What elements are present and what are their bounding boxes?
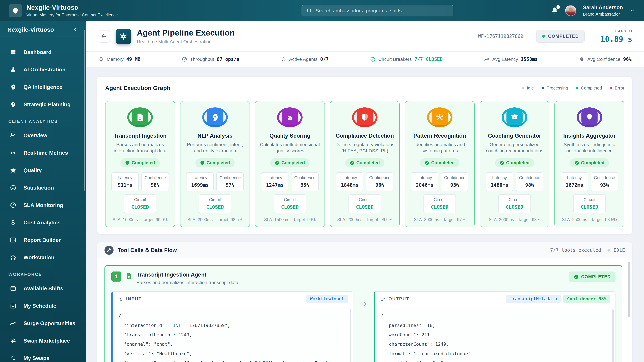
legend-processing: Processing	[542, 85, 568, 91]
legend-dot	[610, 87, 612, 89]
sidebar-item-label: Satisfaction	[24, 185, 54, 191]
document-icon	[132, 109, 148, 125]
confidence-stat: Confidence98%	[142, 172, 169, 191]
sidebar-item-quality[interactable]: Quality	[0, 162, 86, 179]
output-json: { "parsedLines": 18, "wordCount": 211, "…	[381, 311, 608, 362]
sidebar-item-satisfaction[interactable]: Satisfaction	[0, 179, 86, 196]
refresh-icon	[281, 56, 286, 62]
tool-number-badge: 1	[111, 272, 122, 282]
sidebar-item-swap-marketplace[interactable]: Swap Marketplace	[0, 332, 86, 350]
sla-row: SLA: 3000msTarget: 97%	[414, 213, 466, 222]
sidebar-item-label: Cost Analytics	[24, 220, 60, 226]
tool-card-transcript-ingestion[interactable]: 1 Transcript Ingestion Agent Parses and …	[104, 265, 622, 362]
data-flow-arrow-icon	[353, 291, 374, 362]
sidebar-item-dashboard[interactable]: Dashboard	[0, 43, 86, 61]
agent-status-badge: Completed	[420, 158, 459, 167]
notification-dot	[556, 5, 560, 9]
sidebar-item-ai-orchestration[interactable]: AI Orchestration	[0, 61, 86, 78]
sidebar-item-strategic-planning[interactable]: Strategic Planning	[0, 96, 86, 113]
metric-memory: Memory 49 MB	[98, 56, 140, 62]
avatar[interactable]	[565, 5, 576, 16]
broadcast-icon	[10, 149, 16, 156]
agent-card-transcript-ingestion[interactable]: Transcript Ingestion Parses and normaliz…	[105, 101, 175, 227]
sidebar: Nexgile-Virtuoso Dashboard AI Orchestrat…	[0, 21, 86, 362]
input-icon	[118, 296, 123, 302]
sidebar-item-sla-monitoring[interactable]: SLA Monitoring	[0, 196, 86, 214]
dashboard-icon	[10, 49, 16, 55]
agent-status-badge: Completed	[570, 158, 609, 167]
workflow-id: WF-1767119827869	[478, 33, 524, 39]
check-circle-icon	[425, 161, 429, 165]
circuit-stat: CircuitCLOSED	[274, 194, 306, 213]
latency-stat: Latency911ms	[111, 172, 139, 191]
sidebar-item-label: Quality	[24, 167, 42, 173]
sla-row: SLA: 2500msTarget: 98.5%	[562, 213, 617, 222]
input-scrollbar[interactable]	[350, 309, 351, 362]
circuit-stat: CircuitCLOSED	[199, 194, 231, 213]
page-header: Agent Pipeline Execution Real-time Multi…	[86, 21, 644, 51]
sidebar-item-surge-opportunities[interactable]: Surge Opportunities	[0, 315, 86, 332]
sidebar-item-label: Dashboard	[24, 49, 52, 55]
headphones-icon	[10, 254, 16, 261]
brand: Nexgile-Virtuoso Virtual Mastery for Ent…	[9, 4, 227, 17]
chevron-down-icon	[630, 7, 635, 13]
sidebar-item-my-swaps[interactable]: My Swaps	[0, 350, 86, 362]
tools-status: IDLE	[614, 248, 625, 253]
agent-status-badge: Completed	[495, 158, 534, 167]
agent-execution-graph-card: Agent Execution Graph Idle Processing Co…	[97, 76, 632, 234]
agent-card-compliance-detection[interactable]: Compliance Detection Detects regulatory …	[330, 101, 400, 227]
agent-card-quality-scoring[interactable]: Quality Scoring Calculates multi-dimensi…	[255, 101, 325, 227]
metrics-bar: Memory 49 MB Throughput 87 ops/s Active …	[86, 51, 644, 67]
sidebar-collapse-button[interactable]	[72, 26, 78, 33]
agent-card-nlp-analysis[interactable]: NLP Analysis Performs sentiment, intent,…	[180, 101, 250, 227]
sidebar-item-available-shifts[interactable]: Available Shifts	[0, 280, 86, 297]
sidebar-scrollbar[interactable]	[84, 30, 85, 191]
graph-legend: Idle Processing Completed Error	[522, 85, 624, 91]
main-content: Agent Pipeline Execution Real-time Multi…	[86, 21, 644, 362]
sidebar-title: Nexgile-Virtuoso	[8, 26, 54, 33]
agent-ring	[277, 107, 302, 127]
sidebar-item-cost-analytics[interactable]: $ Cost Analytics	[0, 214, 86, 231]
sidebar-item-label: My Schedule	[24, 303, 56, 309]
output-label: OUTPUT	[388, 296, 410, 302]
check-circle-icon	[500, 161, 504, 165]
sidebar-item-my-schedule[interactable]: My Schedule	[0, 297, 86, 315]
tool-title: Transcript Ingestion Agent	[136, 272, 565, 278]
legend-idle: Idle	[522, 85, 534, 91]
head-gear-icon	[10, 101, 16, 108]
legend-completed: Completed	[576, 85, 602, 91]
output-scrollbar[interactable]	[612, 309, 614, 362]
input-type-badge: WorkflowInput	[306, 295, 348, 303]
sidebar-item-qa-intelligence[interactable]: QA Intelligence	[0, 78, 86, 96]
agent-card-insights-aggregator[interactable]: Insights Aggregator Synthesizes findings…	[554, 101, 624, 227]
confidence-stat: Confidence93%	[441, 172, 468, 191]
global-search[interactable]	[302, 5, 453, 16]
agent-card-coaching-generator[interactable]: Coaching Generator Generates personalize…	[480, 101, 550, 227]
tools-scrollbar[interactable]	[628, 262, 630, 317]
graduation-cap-icon	[506, 109, 522, 125]
check-circle-icon	[574, 274, 579, 279]
brand-tagline: Virtual Mastery for Enterprise Contact E…	[26, 12, 118, 17]
back-button[interactable]	[98, 30, 110, 42]
sidebar-item-label: Workstation	[24, 254, 54, 261]
agent-card-pattern-recognition[interactable]: Pattern Recognition Identifies anomalies…	[405, 101, 474, 227]
sla-row: SLA: 2000msTarget: 98.5%	[188, 213, 242, 222]
user-menu-button[interactable]	[630, 7, 635, 14]
search-input[interactable]	[316, 8, 448, 13]
sidebar-item-overview[interactable]: Overview	[0, 127, 86, 144]
trend-sparkle-icon	[10, 132, 16, 139]
confidence-stat: Confidence95%	[291, 172, 318, 191]
calendar-icon	[10, 285, 16, 292]
gear-icon	[119, 32, 128, 41]
legend-error: Error	[610, 85, 624, 91]
sidebar-item-workstation[interactable]: Workstation	[0, 249, 86, 266]
sidebar-section-workforce: WORKFORCE	[0, 266, 86, 280]
pipeline-icon-tile	[116, 29, 131, 44]
shield-icon	[12, 7, 19, 14]
sla-row: SLA: 1500msTarget: 99%	[264, 213, 316, 222]
notifications-button[interactable]	[551, 6, 558, 15]
agent-status-badge: Completed	[196, 158, 235, 167]
report-icon	[10, 237, 16, 243]
sidebar-item-realtime-metrics[interactable]: Real-time Metrics	[0, 144, 86, 162]
sidebar-item-report-builder[interactable]: Report Builder	[0, 231, 86, 249]
